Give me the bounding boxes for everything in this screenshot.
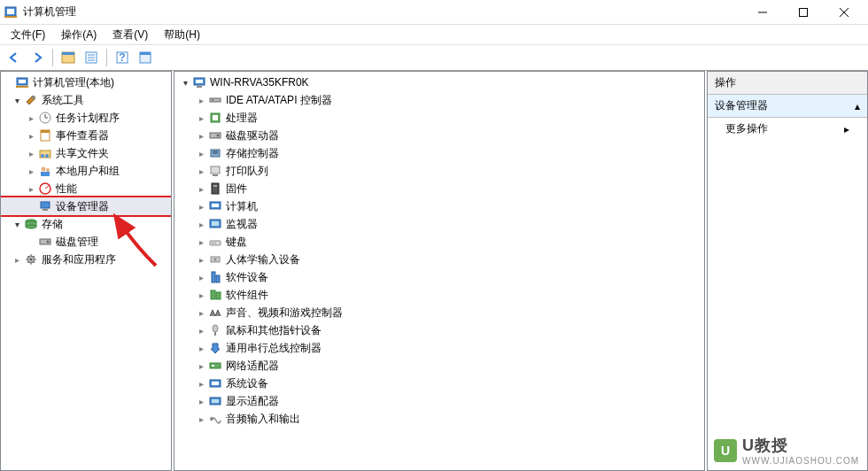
- device-category[interactable]: 音频输入和输出: [174, 410, 704, 428]
- expander-icon[interactable]: [26, 166, 36, 176]
- tree-system-tools[interactable]: 系统工具: [1, 91, 171, 109]
- expander-icon[interactable]: [196, 112, 206, 123]
- device-category-icon: [208, 270, 222, 284]
- svg-rect-19: [16, 86, 28, 88]
- svg-point-30: [46, 168, 50, 172]
- tree-label: 任务计划程序: [56, 111, 120, 126]
- expander-icon[interactable]: [196, 95, 206, 105]
- expander-icon[interactable]: [196, 396, 206, 406]
- device-category[interactable]: 网络适配器: [174, 357, 704, 374]
- watermark-logo-icon: U: [714, 439, 737, 462]
- expander-icon[interactable]: [26, 183, 36, 194]
- tree-event-viewer[interactable]: 事件查看器: [1, 127, 171, 144]
- device-category[interactable]: 系统设备: [174, 374, 704, 392]
- svg-rect-64: [212, 243, 213, 243]
- tree-disk-management[interactable]: 磁盘管理: [1, 233, 171, 251]
- menu-file[interactable]: 文件(F): [4, 26, 52, 44]
- expander-icon[interactable]: [196, 290, 206, 300]
- tree-services-apps[interactable]: 服务和应用程序: [1, 251, 171, 268]
- device-category[interactable]: 磁盘驱动器: [174, 127, 704, 144]
- device-category[interactable]: 固件: [174, 180, 704, 197]
- device-category[interactable]: 监视器: [174, 215, 704, 233]
- tree-label: 网络适配器: [226, 359, 279, 374]
- back-button[interactable]: [4, 47, 25, 68]
- storage-icon: [24, 217, 38, 231]
- expander-icon[interactable]: [196, 219, 206, 229]
- actions-subject[interactable]: 设备管理器 ▴: [708, 95, 867, 118]
- expander-icon[interactable]: [180, 77, 190, 88]
- menu-view[interactable]: 查看(V): [105, 26, 155, 44]
- expander-icon[interactable]: [196, 272, 206, 282]
- tree-performance[interactable]: 性能: [1, 180, 171, 197]
- expander-icon[interactable]: [196, 325, 206, 336]
- expander-icon[interactable]: [26, 148, 36, 158]
- expander-icon[interactable]: [196, 343, 206, 353]
- expander-icon[interactable]: [196, 378, 206, 389]
- tree-device-manager[interactable]: 设备管理器: [1, 197, 171, 215]
- device-category[interactable]: 声音、视频和游戏控制器: [174, 304, 704, 321]
- svg-rect-49: [213, 115, 218, 120]
- svg-rect-60: [212, 204, 219, 207]
- device-category[interactable]: 人体学输入设备: [174, 251, 704, 268]
- expander-icon[interactable]: [26, 130, 36, 141]
- svg-text:?: ?: [119, 51, 125, 64]
- expander-icon[interactable]: [196, 130, 206, 141]
- help-button[interactable]: ?: [112, 47, 133, 68]
- device-category[interactable]: 处理器: [174, 109, 704, 127]
- properties-button[interactable]: [81, 47, 102, 68]
- svg-rect-68: [212, 272, 215, 282]
- minimize-button[interactable]: [742, 0, 783, 25]
- tree-task-scheduler[interactable]: 任务计划程序: [1, 109, 171, 127]
- tree-label: 磁盘驱动器: [226, 128, 279, 143]
- maximize-button[interactable]: [783, 0, 824, 25]
- expander-icon[interactable]: [196, 236, 206, 247]
- expander-icon[interactable]: [12, 95, 22, 105]
- svg-point-51: [217, 135, 220, 137]
- svg-rect-55: [211, 166, 220, 174]
- device-category[interactable]: 软件设备: [174, 268, 704, 286]
- tree-label: 打印队列: [226, 164, 268, 179]
- main-area: 计算机管理(本地) 系统工具 任务计划程序 事件查看器 共享文件夹: [0, 71, 868, 471]
- forward-button[interactable]: [27, 47, 48, 68]
- device-category-icon: [208, 412, 222, 426]
- device-category[interactable]: 通用串行总线控制器: [174, 339, 704, 357]
- device-category[interactable]: 显示适配器: [174, 392, 704, 410]
- expander-icon[interactable]: [196, 183, 206, 194]
- actions-header: 操作: [708, 72, 867, 95]
- device-category[interactable]: 打印队列: [174, 162, 704, 180]
- close-button[interactable]: [824, 0, 864, 25]
- computer-mgmt-icon: [15, 75, 29, 89]
- device-category[interactable]: 计算机: [174, 197, 704, 215]
- tree-storage[interactable]: 存储: [1, 215, 171, 233]
- expander-icon[interactable]: [12, 254, 22, 265]
- expander-icon[interactable]: [196, 201, 206, 212]
- device-category[interactable]: 键盘: [174, 233, 704, 251]
- device-category-icon: [208, 235, 222, 249]
- tree-label: 人体学输入设备: [226, 252, 300, 267]
- menu-action[interactable]: 操作(A): [54, 26, 104, 44]
- expander-icon[interactable]: [196, 166, 206, 176]
- device-category[interactable]: IDE ATA/ATAPI 控制器: [174, 91, 704, 109]
- device-category[interactable]: 软件组件: [174, 286, 704, 304]
- expander-icon[interactable]: [26, 112, 36, 123]
- svg-rect-58: [213, 185, 217, 187]
- actions-more[interactable]: 更多操作 ▸: [708, 118, 867, 140]
- svg-rect-45: [197, 86, 202, 88]
- expander-icon[interactable]: [196, 307, 206, 318]
- tree-shared-folders[interactable]: 共享文件夹: [1, 144, 171, 162]
- expander-icon[interactable]: [12, 219, 22, 229]
- show-hide-tree-button[interactable]: [58, 47, 79, 68]
- tree-local-users[interactable]: 本地用户和组: [1, 162, 171, 180]
- expander-icon[interactable]: [196, 254, 206, 265]
- expander-icon[interactable]: [196, 413, 206, 424]
- expander-icon[interactable]: [196, 148, 206, 158]
- refresh-button[interactable]: [135, 47, 156, 68]
- device-tree-root[interactable]: WIN-RRVA35KFR0K: [174, 73, 704, 91]
- device-category[interactable]: 存储控制器: [174, 144, 704, 162]
- tree-root[interactable]: 计算机管理(本地): [1, 73, 171, 91]
- expander-icon[interactable]: [196, 360, 206, 371]
- users-icon: [38, 164, 52, 178]
- device-category[interactable]: 鼠标和其他指针设备: [174, 321, 704, 339]
- svg-rect-8: [62, 52, 74, 55]
- menu-help[interactable]: 帮助(H): [157, 26, 207, 44]
